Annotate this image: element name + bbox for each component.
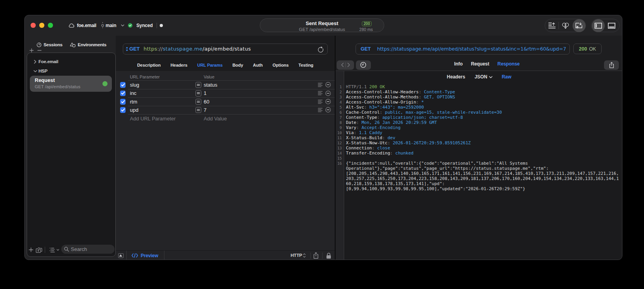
- protocol-selector[interactable]: HTTP: [291, 253, 302, 258]
- param-name[interactable]: rtm: [130, 99, 137, 105]
- table-row-separator: [128, 114, 335, 115]
- search-input[interactable]: Search: [61, 245, 115, 254]
- param-options-button[interactable]: [318, 108, 323, 112]
- line-number: 12: [336, 140, 344, 145]
- request-url[interactable]: https://statuspage.me/api/embed/status: [144, 46, 251, 52]
- tree-item-foe-email[interactable]: Foe.email: [33, 59, 58, 64]
- param-options-button[interactable]: [318, 91, 323, 95]
- chevron-right-icon[interactable]: [347, 63, 350, 67]
- export-response-button[interactable]: [604, 60, 619, 70]
- param-name[interactable]: inc: [130, 90, 137, 96]
- param-value[interactable]: 1: [204, 90, 206, 96]
- param-name[interactable]: upd: [130, 107, 139, 113]
- lock-icon[interactable]: [326, 253, 331, 259]
- send-request-button[interactable]: [317, 46, 324, 53]
- response-body-line: 60,218,159,138,178,135,173,141],"upd":: [336, 181, 623, 186]
- traffic-lights: [31, 23, 53, 28]
- tab-description[interactable]: Description: [137, 63, 161, 67]
- remove-param-button[interactable]: [325, 107, 331, 113]
- tab-headers[interactable]: Headers: [170, 63, 187, 67]
- tree-item-request-selected[interactable]: Request GET /api/embed/status: [30, 76, 112, 92]
- remove-param-button[interactable]: [325, 99, 331, 104]
- subtab-headers[interactable]: Headers: [447, 74, 465, 80]
- param-name[interactable]: slug: [130, 82, 139, 88]
- tree-item-hsp[interactable]: HSP: [33, 69, 47, 73]
- line-text: Transfer-Encoding: chunked: [344, 151, 414, 156]
- remove-param-button[interactable]: [325, 82, 331, 87]
- param-row: upd7: [116, 106, 335, 114]
- tab-body[interactable]: Body: [232, 63, 243, 67]
- param-checkbox[interactable]: [120, 82, 126, 88]
- list-options-button[interactable]: [47, 247, 59, 253]
- add-value-placeholder[interactable]: Add Value: [204, 116, 227, 122]
- sync-transfer-button[interactable]: [572, 19, 586, 32]
- preview-label[interactable]: Preview: [141, 253, 159, 258]
- remove-param-button[interactable]: [325, 91, 331, 96]
- tab-info[interactable]: Info: [454, 61, 463, 67]
- param-checkbox[interactable]: [120, 107, 126, 113]
- table-row-separator: [128, 106, 335, 106]
- header-value: GET, OPTIONS: [424, 95, 455, 100]
- tab-url-params[interactable]: URL Params: [197, 63, 223, 67]
- minus-icon[interactable]: [37, 48, 42, 53]
- tab-options[interactable]: Options: [272, 63, 288, 67]
- param-options-button[interactable]: [318, 83, 323, 87]
- link-pull-button[interactable]: [559, 19, 572, 32]
- tree-chevron-container: [33, 60, 37, 64]
- tab-response[interactable]: Response: [498, 61, 520, 67]
- param-checkbox[interactable]: [120, 99, 126, 105]
- param-value[interactable]: 7: [204, 107, 206, 113]
- response-subtabs: HeadersJSONRaw: [336, 74, 623, 80]
- check-icon: [121, 91, 125, 95]
- equals-glyph: [197, 84, 200, 86]
- subtab-json[interactable]: JSON: [474, 74, 492, 80]
- request-method[interactable]: GET: [130, 46, 140, 52]
- add-url-parameter-placeholder[interactable]: Add URL Parameter: [130, 116, 176, 122]
- subtab-raw[interactable]: Raw: [502, 74, 511, 80]
- response-header-line: 13Connection: close: [336, 145, 623, 151]
- history-button[interactable]: [356, 60, 371, 70]
- sessions-panel: Foe.email HSP Request GET /api/embed/sta…: [27, 53, 116, 257]
- share-request-button[interactable]: [313, 252, 319, 259]
- tab-request[interactable]: Request: [471, 61, 489, 67]
- sent-request-toast[interactable]: Sent Request GET /api/embed/status 200 2…: [260, 18, 384, 32]
- header-value: chunked: [395, 151, 413, 156]
- response-pane: GET https://statuspage.me/api/embed/stat…: [336, 36, 623, 260]
- equals-icon: [195, 99, 201, 105]
- url-bar[interactable]: GET https://statuspage.me/api/embed/stat…: [123, 44, 328, 55]
- line-number: [336, 181, 344, 186]
- header-name: X-Status-Build: [346, 135, 383, 140]
- line-number: 5: [336, 105, 344, 110]
- tab-testing[interactable]: Testing: [299, 63, 314, 67]
- send-queue-button[interactable]: [545, 19, 558, 32]
- toggle-bottom-panel-button[interactable]: [605, 19, 618, 32]
- response-pane-header: GET https://statuspage.me/api/embed/stat…: [336, 36, 623, 71]
- toggle-sidebar-button[interactable]: [591, 19, 605, 32]
- chevron-left-icon[interactable]: [341, 63, 344, 67]
- param-checkbox[interactable]: [120, 91, 126, 96]
- tab-auth[interactable]: Auth: [253, 63, 263, 67]
- add-request-button[interactable]: [27, 247, 35, 252]
- plus-icon[interactable]: [29, 48, 34, 53]
- code-preview-toggle[interactable]: [131, 253, 138, 258]
- minimize-window-button[interactable]: [39, 23, 44, 28]
- new-folder-button[interactable]: [35, 247, 43, 253]
- zoom-window-button[interactable]: [48, 23, 53, 28]
- close-window-button[interactable]: [31, 23, 36, 28]
- param-value[interactable]: 60: [204, 99, 209, 105]
- line-number: 3: [336, 95, 344, 100]
- request-tabs: DescriptionHeadersURL ParamsBodyAuthOpti…: [116, 63, 335, 67]
- response-header-line: 12X-Status-Now-Utc: 2026-01-26T20:29:59.…: [336, 140, 623, 145]
- project-menu[interactable]: foe.email: [68, 15, 96, 36]
- tab-environments[interactable]: Environments: [70, 42, 106, 47]
- tab-sessions[interactable]: Sessions: [36, 42, 62, 47]
- param-value[interactable]: status: [204, 82, 217, 88]
- sent-request-url[interactable]: GET https://statuspage.me/api/embed/stat…: [356, 44, 570, 55]
- collapse-panel-button[interactable]: [118, 253, 124, 258]
- response-body-line: 203,257,225,165,250,173,204,223,158,208,…: [336, 176, 623, 181]
- param-options-button[interactable]: [318, 100, 323, 104]
- toast-duration: 280 ms: [359, 27, 373, 32]
- sync-status[interactable]: Synced: [128, 15, 153, 36]
- updown-chevrons-icon[interactable]: [303, 253, 306, 258]
- branch-menu[interactable]: main: [101, 15, 124, 36]
